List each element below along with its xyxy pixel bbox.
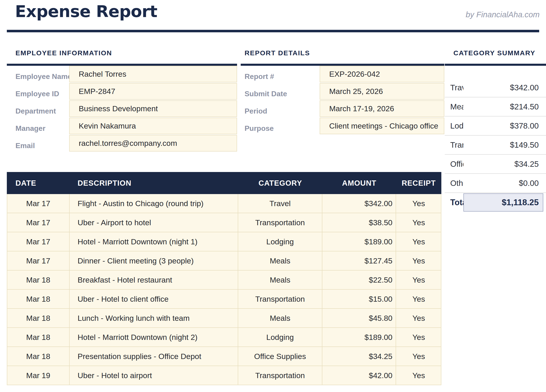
report-field-label: Report # xyxy=(241,66,320,83)
cell-amount: $42.00 xyxy=(322,366,396,385)
cell-category: Travel xyxy=(238,194,322,213)
cell-receipt: Yes xyxy=(396,347,441,366)
employee-field-row: Employee NameRachel Torres xyxy=(7,66,237,83)
report-field-label: Purpose xyxy=(241,118,320,135)
cell-amount: $342.00 xyxy=(322,194,396,213)
cell-date: Mar 17 xyxy=(7,251,70,270)
cell-description: Hotel - Marriott Downtown (night 1) xyxy=(70,232,238,251)
report-field-label: Period xyxy=(241,100,320,118)
section-underline xyxy=(445,64,546,66)
summary-row: Transportation$149.50 xyxy=(445,136,546,155)
expense-row: Mar 17Hotel - Marriott Downtown (night 1… xyxy=(7,232,441,251)
column-header-category: CATEGORY xyxy=(238,179,322,188)
report-field-value[interactable]: EXP-2026-042 xyxy=(320,66,444,82)
cell-category: Lodging xyxy=(238,232,322,251)
employee-field-row: Employee IDEMP-2847 xyxy=(7,83,237,100)
employee-field-label: Employee ID xyxy=(7,83,69,100)
summary-category-label: Meals xyxy=(450,102,463,111)
report-field-value[interactable]: March 17-19, 2026 xyxy=(320,100,444,117)
cell-category: Office Supplies xyxy=(238,347,322,366)
cell-description: Breakfast - Hotel restaurant xyxy=(70,270,238,289)
expense-row: Mar 18Breakfast - Hotel restaurantMeals$… xyxy=(7,270,441,290)
expense-table-header: DATEDESCRIPTIONCATEGORYAMOUNTRECEIPT xyxy=(7,172,441,194)
cell-amount: $34.25 xyxy=(322,347,396,366)
column-header-date: DATE xyxy=(7,179,70,188)
employee-field-row: ManagerKevin Nakamura xyxy=(7,118,237,135)
employee-field-label: Manager xyxy=(7,118,69,135)
summary-category-label: Transportation xyxy=(450,140,463,150)
cell-category: Lodging xyxy=(238,328,322,346)
cell-amount: $127.45 xyxy=(322,251,396,270)
summary-row: Meals$214.50 xyxy=(445,97,546,117)
summary-category-amount: $34.25 xyxy=(463,159,539,169)
employee-field-value[interactable]: EMP-2847 xyxy=(69,83,237,100)
summary-category-amount: $214.50 xyxy=(463,102,539,111)
report-field-value[interactable]: March 25, 2026 xyxy=(320,83,444,100)
cell-date: Mar 18 xyxy=(7,347,70,366)
summary-total-row: Total $1,118.25 xyxy=(445,193,546,212)
cell-description: Uber - Airport to hotel xyxy=(70,213,238,232)
employee-fields: Employee NameRachel TorresEmployee IDEMP… xyxy=(7,66,237,152)
summary-spacer xyxy=(445,66,546,78)
cell-receipt: Yes xyxy=(396,309,441,327)
column-header-receipt: RECEIPT xyxy=(396,179,441,188)
cell-receipt: Yes xyxy=(396,194,441,213)
report-field-row: Submit DateMarch 25, 2026 xyxy=(241,83,444,100)
cell-category: Meals xyxy=(238,270,322,289)
cell-amount: $189.00 xyxy=(322,232,396,251)
cell-date: Mar 18 xyxy=(7,328,70,346)
cell-date: Mar 17 xyxy=(7,213,70,232)
cell-date: Mar 18 xyxy=(7,270,70,289)
summary-total-label: Total xyxy=(450,198,463,207)
expense-row: Mar 18Presentation supplies - Office Dep… xyxy=(7,347,441,366)
employee-field-value[interactable]: Rachel Torres xyxy=(69,66,237,82)
employee-field-value[interactable]: Kevin Nakamura xyxy=(69,118,237,134)
summary-category-amount: $0.00 xyxy=(463,179,539,188)
cell-amount: $38.50 xyxy=(322,213,396,232)
expense-row: Mar 17Uber - Airport to hotelTransportat… xyxy=(7,213,441,232)
cell-description: Presentation supplies - Office Depot xyxy=(70,347,238,366)
cell-date: Mar 17 xyxy=(7,194,70,213)
expense-row: Mar 17Flight - Austin to Chicago (round … xyxy=(7,194,441,213)
cell-amount: $45.80 xyxy=(322,309,396,327)
expense-table-body: Mar 17Flight - Austin to Chicago (round … xyxy=(7,194,441,385)
cell-receipt: Yes xyxy=(396,366,441,385)
summary-category-label: Travel xyxy=(450,83,463,92)
summary-category-label: Other xyxy=(450,179,463,188)
summary-rows: Travel$342.00Meals$214.50Lodging$378.00T… xyxy=(445,78,546,193)
cell-receipt: Yes xyxy=(396,251,441,270)
expense-table: DATEDESCRIPTIONCATEGORYAMOUNTRECEIPT Mar… xyxy=(7,172,441,385)
cell-date: Mar 19 xyxy=(7,366,70,385)
category-summary-title: CATEGORY SUMMARY xyxy=(453,49,535,57)
report-field-value[interactable]: Client meetings - Chicago office xyxy=(320,118,444,134)
summary-category-label: Office Supplies xyxy=(450,159,463,169)
cell-receipt: Yes xyxy=(396,290,441,308)
cell-category: Meals xyxy=(238,309,322,327)
cell-amount: $15.00 xyxy=(322,290,396,308)
expense-row: Mar 19Uber - Hotel to airportTransportat… xyxy=(7,366,441,385)
summary-row: Travel$342.00 xyxy=(445,78,546,97)
expense-row: Mar 17Dinner - Client meeting (3 people)… xyxy=(7,251,441,270)
employee-field-label: Email xyxy=(7,135,69,152)
cell-description: Dinner - Client meeting (3 people) xyxy=(70,251,238,270)
summary-category-amount: $149.50 xyxy=(463,140,539,150)
summary-category-label: Lodging xyxy=(450,121,463,130)
summary-row: Office Supplies$34.25 xyxy=(445,155,546,174)
cell-amount: $22.50 xyxy=(322,270,396,289)
section-underline xyxy=(7,64,237,66)
cell-date: Mar 18 xyxy=(7,309,70,327)
expense-row: Mar 18Hotel - Marriott Downtown (night 2… xyxy=(7,328,441,347)
expense-row: Mar 18Uber - Hotel to client officeTrans… xyxy=(7,290,441,309)
cell-category: Meals xyxy=(238,251,322,270)
cell-date: Mar 17 xyxy=(7,232,70,251)
summary-row: Lodging$378.00 xyxy=(445,117,546,136)
cell-amount: $189.00 xyxy=(322,328,396,346)
employee-field-value[interactable]: rachel.torres@company.com xyxy=(69,135,237,151)
report-field-row: Report #EXP-2026-042 xyxy=(241,66,444,83)
employee-information-title: EMPLOYEE INFORMATION xyxy=(15,49,112,57)
employee-field-value[interactable]: Business Development xyxy=(69,100,237,117)
summary-total-value: $1,118.25 xyxy=(463,193,543,212)
cell-receipt: Yes xyxy=(396,232,441,251)
report-fields: Report #EXP-2026-042Submit DateMarch 25,… xyxy=(241,66,444,135)
byline: by FinancialAha.com xyxy=(466,10,540,19)
